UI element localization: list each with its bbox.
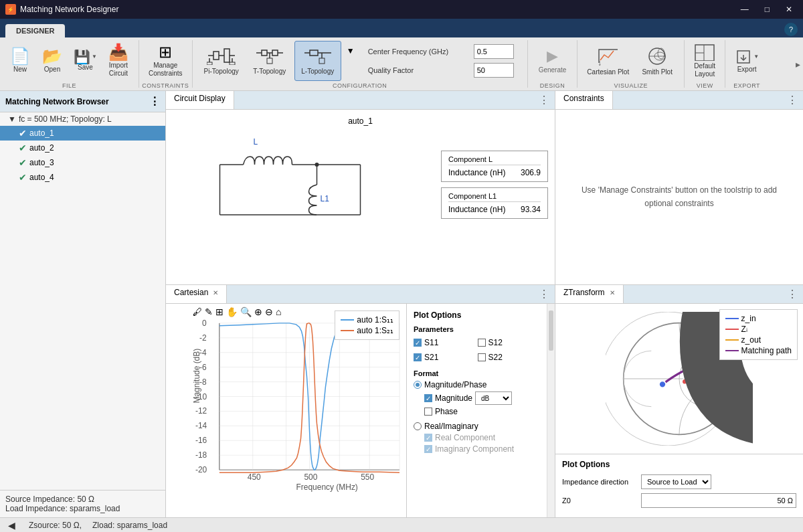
tree-item-auto2[interactable]: ✔ auto_2 <box>0 141 165 155</box>
export-icon <box>735 48 752 66</box>
cartesian-content: 🖋 ✎ ⊞ ✋ 🔍 ⊕ ⊖ ⌂ <box>166 304 555 517</box>
plot-tool-6[interactable]: ⊕ <box>254 306 262 317</box>
zi-line <box>725 329 739 330</box>
legend-row-s21: auto 1:S₂₁ <box>341 326 393 335</box>
sidebar-footer: Source Impedance: 50 Ω Load Impedance: s… <box>0 490 165 517</box>
s11-label: S11 <box>424 338 438 347</box>
z0-row: Z0 <box>562 493 796 508</box>
real-component-checkbox: ✓ <box>424 434 432 442</box>
s12-checkbox[interactable] <box>478 339 486 347</box>
plot-options-title: Plot Options <box>414 311 540 320</box>
plot-area: 🖋 ✎ ⊞ ✋ 🔍 ⊕ ⊖ ⌂ <box>166 304 406 517</box>
svg-text:-16: -16 <box>195 436 207 445</box>
ztransform-content: z_in Zᵢ z_out <box>555 304 803 517</box>
designer-tab[interactable]: DESIGNER <box>5 24 65 37</box>
ztransform-panel-menu[interactable]: ⋮ <box>782 285 803 303</box>
legend-s21-line <box>341 330 354 331</box>
cartesian-panel-menu[interactable]: ⋮ <box>533 285 555 303</box>
cartesian-tab[interactable]: Cartesian ✕ <box>166 285 227 303</box>
check-icon-auto2: ✔ <box>19 143 27 153</box>
scroll-thumb[interactable] <box>549 311 553 351</box>
circuit-content: auto_1 L <box>166 110 555 284</box>
l-topology-label: L-Topology <box>301 68 334 75</box>
cartesian-panel: Cartesian ✕ ⋮ 🖋 ✎ ⊞ ✋ 🔍 <box>166 285 555 517</box>
component-L-label: Inductance (nH) <box>448 168 505 177</box>
generate-button[interactable]: ▶ Generate <box>533 41 572 81</box>
t-topology-button[interactable]: T-Topology <box>246 41 293 81</box>
phase-checkbox[interactable] <box>424 408 432 416</box>
sidebar-menu-icon[interactable]: ⋮ <box>149 95 160 108</box>
topology-expand-button[interactable]: ▼ <box>343 41 359 81</box>
pi-topology-button[interactable]: Pi-Topology <box>198 41 245 81</box>
tree-item-auto4[interactable]: ✔ auto_4 <box>0 170 165 185</box>
circuit-display-tab[interactable]: Circuit Display <box>166 91 234 109</box>
import-button[interactable]: 📥 Import Circuit <box>104 41 133 81</box>
visualize-group: ↓ Cartesian Plot Smith Plot VISUALIZE <box>577 37 684 90</box>
matching-path-legend: Matching path <box>725 346 792 355</box>
manage-constraints-button[interactable]: ⊞ Manage Constraints <box>145 41 187 81</box>
magnitude-row: ✓ Magnitude dB linear <box>424 391 540 405</box>
circuit-panel-menu[interactable]: ⋮ <box>533 91 555 109</box>
s11-checkbox[interactable]: ✓ <box>414 339 422 347</box>
toolbar-collapse-button[interactable]: ▸ <box>793 37 803 90</box>
ztransform-tab-close[interactable]: ✕ <box>610 289 615 296</box>
z0-input[interactable] <box>641 493 796 508</box>
quality-factor-label: Quality Factor <box>368 66 468 74</box>
plot-tool-8[interactable]: ⌂ <box>276 306 281 317</box>
quality-factor-input[interactable] <box>474 63 514 78</box>
l-topology-button[interactable]: L-Topology <box>294 41 341 81</box>
smith-legend: z_in Zᵢ z_out <box>719 309 798 360</box>
plot-tool-4[interactable]: ✋ <box>226 306 238 317</box>
tree-expand-icon[interactable]: ▼ <box>8 114 16 124</box>
maximize-button[interactable]: □ <box>760 3 775 15</box>
title-bar: ⚡ Matching Network Designer — □ ✕ <box>0 0 803 19</box>
bottom-row: Cartesian ✕ ⋮ 🖋 ✎ ⊞ ✋ 🔍 <box>166 285 803 517</box>
svg-rect-10 <box>262 50 267 56</box>
status-nav-left[interactable]: ◀ <box>5 520 18 531</box>
load-impedance: Load Impedance: sparams_load <box>5 504 160 513</box>
cartesian-plot-button[interactable]: ↓ Cartesian Plot <box>583 41 633 81</box>
component-L-row: Inductance (nH) 306.9 <box>448 168 541 177</box>
app-title: Matching Network Designer <box>20 5 118 14</box>
s21-checkbox[interactable]: ✓ <box>414 353 422 361</box>
plot-tool-2[interactable]: ✎ <box>205 306 213 317</box>
config-group-label: CONFIGURATION <box>193 82 527 89</box>
constraints-tab[interactable]: Constraints <box>555 91 613 109</box>
export-button[interactable]: ▼ Export <box>731 41 763 81</box>
plot-tool-3[interactable]: ⊞ <box>215 306 224 317</box>
impedance-direction-label: Impedance direction <box>562 478 636 486</box>
svg-text:Magnitude (dB): Magnitude (dB) <box>193 349 201 404</box>
plot-legend: auto 1:S₁₁ auto 1:S₂₁ <box>335 311 399 340</box>
help-button[interactable]: ? <box>784 23 798 36</box>
smith-plot-button[interactable]: Smith Plot <box>636 41 679 81</box>
real-imag-radio[interactable] <box>414 422 422 430</box>
new-button[interactable]: 📄 New <box>5 41 35 81</box>
z-out-label: z_out <box>741 335 761 345</box>
plot-tool-1[interactable]: 🖋 <box>193 306 202 317</box>
tree-item-auto1[interactable]: ✔ auto_1 <box>0 126 165 141</box>
plot-scrollbar[interactable] <box>547 304 555 517</box>
save-button[interactable]: 💾 ▼ Save <box>70 41 101 81</box>
default-layout-button[interactable]: Default Layout <box>690 41 719 81</box>
impedance-direction-select[interactable]: Source to Load <box>641 474 711 489</box>
zload-status: Zload: sparams_load <box>92 521 167 530</box>
plot-tool-5[interactable]: 🔍 <box>240 306 252 317</box>
component-L1-row: Inductance (nH) 93.34 <box>448 205 541 214</box>
tree-item-auto3[interactable]: ✔ auto_3 <box>0 155 165 170</box>
plot-tool-7[interactable]: ⊖ <box>265 306 273 317</box>
ztransform-tab[interactable]: ZTransform ✕ <box>555 285 624 303</box>
magnitude-unit-select[interactable]: dB linear <box>475 391 512 405</box>
minimize-button[interactable]: — <box>735 3 754 15</box>
mag-phase-radio[interactable] <box>414 381 422 389</box>
matching-path-line <box>725 350 739 351</box>
s22-checkbox[interactable] <box>478 353 486 361</box>
center-freq-input[interactable] <box>474 44 514 59</box>
close-button[interactable]: ✕ <box>780 3 798 15</box>
open-button[interactable]: 📂 Open <box>37 41 67 81</box>
cartesian-tab-close[interactable]: ✕ <box>213 289 218 296</box>
svg-rect-3 <box>224 49 230 62</box>
magnitude-checkbox[interactable]: ✓ <box>424 394 432 402</box>
real-imag-radio-row: Real/Imaginary <box>414 422 540 431</box>
svg-text:L: L <box>254 137 258 147</box>
constraints-panel-menu[interactable]: ⋮ <box>782 91 803 109</box>
